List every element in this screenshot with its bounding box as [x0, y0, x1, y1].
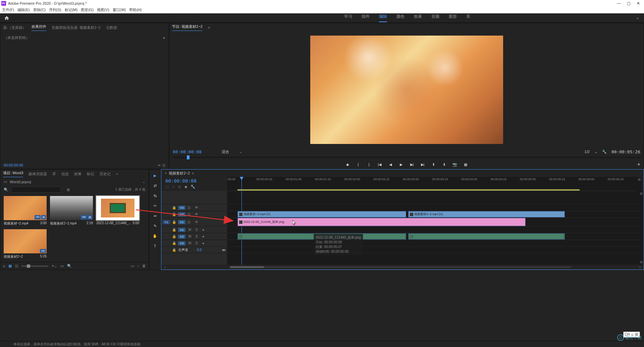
overwrite-icon[interactable]: ⊡: [162, 163, 165, 167]
lock-icon[interactable]: 🔒: [172, 235, 176, 238]
find-icon[interactable]: 🔍: [67, 264, 72, 268]
menu-clip[interactable]: 剪辑(C): [33, 7, 46, 12]
tab-history[interactable]: 历史记: [100, 171, 111, 177]
track-a3[interactable]: [227, 240, 639, 247]
lock-icon[interactable]: 🔒: [172, 206, 176, 209]
add-marker-button[interactable]: ◆: [344, 161, 351, 167]
clip-a1-b[interactable]: [408, 233, 565, 240]
tab-libraries[interactable]: 库: [52, 171, 56, 177]
track-master[interactable]: [227, 247, 639, 253]
track-v3[interactable]: [227, 204, 639, 211]
track-target-a1[interactable]: A1: [178, 228, 185, 232]
mute-button[interactable]: M: [187, 228, 192, 232]
mark-out-button[interactable]: }: [366, 161, 372, 167]
home-button[interactable]: [0, 15, 13, 21]
close-nested-icon[interactable]: ×: [165, 171, 167, 175]
settings-icon[interactable]: 🔧: [191, 185, 195, 189]
tab-markers[interactable]: 标记: [87, 171, 94, 177]
list-view-icon[interactable]: ≡: [3, 264, 5, 268]
voice-over-record-icon[interactable]: ●: [201, 241, 206, 245]
snap-icon[interactable]: ∩: [172, 185, 175, 189]
track-target-v3[interactable]: V3: [178, 206, 185, 210]
maximize-button[interactable]: ▢: [627, 1, 631, 6]
step-forward-button[interactable]: ▶|: [409, 161, 415, 167]
timeline-tracks-area[interactable]: 视频素材~2.mp4 [V] 视频素材2~2.mp4 [V] 2022-12-0…: [227, 191, 639, 265]
clip-v1[interactable]: 2022-12-08_111449_副本.png: [237, 218, 526, 226]
close-button[interactable]: ✕: [637, 1, 640, 6]
workspace-libraries[interactable]: 库: [466, 14, 470, 22]
track-v2[interactable]: 视频素材~2.mp4 [V] 视频素材2~2.mp4 [V]: [227, 211, 639, 218]
project-item[interactable]: HD画 视频素材2~2.mp42:18: [50, 196, 93, 226]
tab-audio-clip-mixer[interactable]: 音频剪辑混合器: 视频素材2~2: [52, 25, 101, 30]
search-input[interactable]: [11, 187, 61, 193]
playhead[interactable]: [241, 177, 242, 191]
menu-graphics[interactable]: 图形(G): [81, 7, 94, 12]
razor-tool[interactable]: ✂: [152, 202, 158, 209]
icon-view-icon[interactable]: ▦: [8, 264, 12, 268]
new-item-icon[interactable]: ▫: [138, 264, 139, 268]
timeline-zoom-scrollbar[interactable]: [230, 266, 572, 268]
toggle-sync-lock-icon[interactable]: ⊡: [187, 206, 192, 209]
timeline-vertical-scrollbar[interactable]: [639, 191, 644, 265]
workspace-graphics[interactable]: 图形: [449, 14, 457, 22]
source-patching-v1[interactable]: V1: [163, 220, 170, 224]
hand-tool[interactable]: ✋: [152, 233, 158, 239]
chevron-down-icon[interactable]: ⌄: [239, 150, 242, 154]
work-area-bar[interactable]: [237, 189, 580, 191]
skip-icon[interactable]: ⏭: [222, 248, 226, 252]
tab-metadata[interactable]: 元数据: [106, 25, 117, 30]
source-timecode[interactable]: 00:00:00:08: [4, 163, 23, 167]
nest-icon[interactable]: ⬚: [165, 185, 169, 189]
program-timecode[interactable]: 00:00:00:08: [173, 149, 202, 154]
go-to-out-button[interactable]: ▶|: [420, 161, 426, 167]
playback-resolution[interactable]: 1/2: [585, 150, 590, 154]
tab-source[interactable]: 源:（无剪辑）: [3, 25, 26, 30]
track-target-a3[interactable]: A3: [178, 241, 185, 245]
tab-effects[interactable]: 效果: [74, 171, 82, 177]
tab-info[interactable]: 信息: [61, 171, 69, 177]
tab-effect-controls[interactable]: 效果控件: [32, 24, 46, 31]
solo-button[interactable]: S: [194, 235, 199, 238]
voice-over-record-icon[interactable]: ●: [201, 228, 206, 232]
new-bin-icon[interactable]: ▭: [131, 264, 134, 268]
toggle-track-output-icon[interactable]: 👁: [194, 206, 199, 209]
mute-button[interactable]: M: [187, 241, 192, 245]
menu-help[interactable]: 帮助(H): [129, 7, 142, 12]
project-item-selected[interactable]: 2022-12-08_111449_...5:00: [96, 196, 139, 226]
tab-program[interactable]: 节目: 视频素材2~2: [172, 24, 203, 31]
toggle-track-output-icon[interactable]: 👁: [194, 220, 199, 224]
lock-icon[interactable]: 🔒: [172, 241, 176, 245]
workspace-audio[interactable]: 音频: [431, 14, 439, 22]
ripple-edit-tool[interactable]: ⇆: [152, 192, 158, 199]
clip-a1-a[interactable]: [237, 233, 406, 240]
tab-overflow[interactable]: »: [116, 172, 118, 176]
marker-icon[interactable]: ◆: [184, 185, 187, 189]
go-to-in-button[interactable]: |◀: [377, 161, 383, 167]
workspace-overflow[interactable]: »: [631, 16, 644, 20]
export-frame-button[interactable]: 📷: [452, 161, 458, 167]
sort-icon[interactable]: ≡⌄: [52, 264, 57, 268]
project-item[interactable]: HD画 视频素材~2.mp43:00: [4, 196, 47, 226]
menu-sequence[interactable]: 序列(S): [49, 7, 61, 12]
workspace-color[interactable]: 颜色: [396, 14, 405, 22]
play-button[interactable]: ▶: [398, 161, 404, 167]
selection-tool[interactable]: ▶: [152, 172, 158, 179]
chevron-right-icon[interactable]: ▸: [163, 36, 165, 40]
type-tool[interactable]: T: [152, 243, 158, 249]
timeline-timecode[interactable]: 00:00:00:08: [163, 178, 227, 184]
project-item[interactable]: HD 视频素材2~25:26: [4, 229, 47, 259]
playhead-indicator[interactable]: [187, 155, 190, 159]
voice-over-record-icon[interactable]: ●: [201, 235, 206, 238]
slip-tool[interactable]: ⇔: [152, 212, 158, 219]
workspace-assembly[interactable]: 组件: [362, 14, 370, 22]
solo-button[interactable]: S: [194, 228, 199, 232]
lock-icon[interactable]: 🔒: [172, 220, 176, 224]
mute-button[interactable]: M: [187, 235, 192, 238]
zoom-slider[interactable]: [21, 265, 48, 267]
track-v1[interactable]: 2022-12-08_111449_副本.png: [227, 218, 639, 227]
tab-media-browser[interactable]: 媒体浏览器: [29, 171, 47, 177]
clip-v2-a[interactable]: 视频素材~2.mp4 [V]: [237, 211, 406, 217]
pen-tool[interactable]: ✎: [152, 222, 158, 229]
settings-icon[interactable]: 🔧: [602, 150, 607, 154]
toggle-sync-lock-icon[interactable]: ⊡: [187, 220, 192, 224]
